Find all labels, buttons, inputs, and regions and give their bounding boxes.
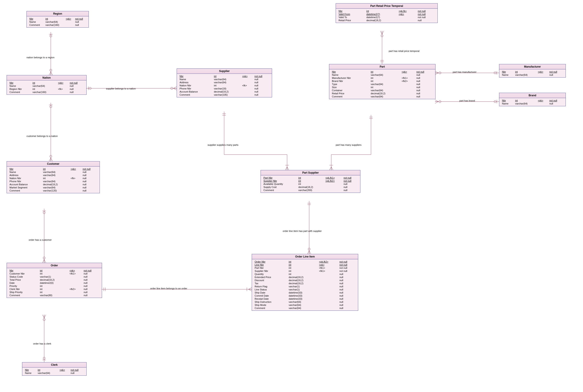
entity-col-cell: null [338,282,356,285]
entity-col-cell: decimal(18,2) [370,92,401,95]
entity-col-cell: <pk> [537,70,548,73]
entity-col-cell: null [416,73,434,76]
entity-col-cell: null [338,304,356,306]
entity-col-cell: <fk> [241,84,254,87]
entity-body: Nbrint<pk>not nullNamevarchar(64)nullAdd… [7,166,100,193]
entity-col-cell [318,272,338,276]
entity-col-cell: int [39,288,69,291]
entity-col-cell: Name [24,372,37,374]
entity-col-cell [241,87,254,90]
entity-col-cell: not null [338,270,356,272]
entity-col-cell: Comment [8,294,39,297]
entity-col-cell: varchar(1) [39,275,69,278]
svg-point-18 [89,87,91,90]
entity-col-cell: decimal(18,2) [213,90,241,93]
entity-body: Nbrint<pk>not nullNamevarchar(64)nullMan… [329,69,435,99]
entity-col-cell [401,95,416,98]
entity-col-cell: Size [331,86,370,89]
svg-point-15 [43,357,45,359]
entity-col-cell: Nbr [501,70,514,73]
entity-col-cell: null [83,272,100,275]
entity-col-cell [318,294,338,297]
entity-col-cell: int [44,17,65,20]
entity-col-cell: null [74,24,87,26]
entity-col-cell: null [74,20,87,24]
entity-col-cell: int [288,260,318,263]
entity-col-cell: null [343,182,358,186]
entity-col-cell: Available Quantity [262,182,298,186]
entity-col-cell: null [416,89,434,92]
rel-label: part has brand [459,100,475,102]
entity-col-cell: null [82,174,98,177]
entity-col-cell: <fk1> [69,272,83,275]
entity-col-cell [401,92,416,95]
entity-col-cell: null [254,84,270,87]
entity-col-cell: null [254,78,270,81]
entity-col-cell [318,282,338,285]
entity-col-cell: Supplier Nbr [262,179,298,182]
entity-col-cell: int [366,10,398,12]
entity-prt: Part Retail Price Temporal Nbrint<pk,fk>… [336,3,438,23]
entity-col-cell: Comment [331,95,370,98]
entity-col-cell: int [370,80,401,82]
entity-col-cell: Phone Nbr [8,180,42,183]
entity-col-cell: datetime2(0) [288,297,318,300]
entity-col-cell: int [42,168,70,170]
entity-col-cell: <fk1> [318,266,338,270]
entity-col-cell: Nbr [331,70,370,73]
entity-title: Part Supplier [261,170,360,175]
entity-supplier: Supplier Nbrint<pk>not nullNamevarchar(6… [177,68,272,98]
entity-col-cell: varchar(64) [514,102,537,105]
entity-col-cell: null [254,87,270,90]
entity-col-cell [69,281,83,284]
entity-col-cell: null [83,288,100,291]
entity-col-cell: null [83,291,100,294]
entity-col-cell: <fk2> [401,80,416,82]
entity-col-cell: null [338,285,356,288]
entity-col-cell: null [82,186,98,189]
entity-partsupplier: Part Supplier Part Nbrint<pk,fk1>not nul… [260,170,360,193]
entity-order: Order Nbrint<pk>not nullCustomer Nbrint<… [6,263,102,298]
entity-col-cell: null [69,88,84,90]
entity-col-cell: Name [179,78,213,81]
entity-customer: Customer Nbrint<pk>not nullNamevarchar(6… [6,161,100,193]
entity-col-cell: Supply Cost [262,186,298,188]
entity-col-cell: <fk1> [318,270,338,272]
entity-col-cell: null [82,177,98,180]
entity-col-cell: Supplier Nbr [254,270,288,272]
entity-body: Nbrint<pk>not nullNamevarchar(64)null [22,368,86,376]
entity-col-cell: Address [8,174,42,177]
entity-col-cell: null [338,276,356,279]
entity-col-cell: int [39,284,69,288]
entity-col-cell: not null [417,10,436,12]
entity-col-cell: Nbr [179,75,213,78]
entity-col-cell [401,82,416,86]
entity-col-cell: not null [417,12,436,16]
entity-col-cell [70,174,82,177]
entity-col-cell: varchar(64) [42,180,70,183]
entity-col-cell: Nbr [8,269,39,272]
entity-col-cell: null [69,84,84,88]
entity-col-cell: Order Nbr [254,260,288,263]
entity-col-cell: Line Status [254,288,288,291]
entity-col-cell: <pk,fk> [398,10,417,12]
entity-col-cell: not null [69,81,84,84]
entity-col-cell: Extended Price [254,276,288,279]
entity-col-cell: datetime2(7) [366,12,398,16]
entity-col-cell: Name [501,102,514,105]
entity-col-cell: decimal(18,2) [288,276,318,279]
entity-col-cell: int [39,291,69,294]
entity-col-cell: varchar(1) [288,288,318,291]
entity-col-cell [537,73,548,76]
svg-point-6 [50,106,52,108]
entity-col-cell: <pk> [57,81,69,84]
entity-col-cell: null [338,294,356,297]
entity-col-cell: not null [70,368,84,372]
entity-col-cell: varchar(64) [32,84,57,88]
entity-col-cell: int [32,88,57,90]
entity-col-cell: null [416,86,434,89]
rel-label: customer belongs to a nation [26,135,58,137]
entity-title: Part [329,64,435,69]
entity-col-cell [241,90,254,93]
entity-col-cell [241,78,254,81]
